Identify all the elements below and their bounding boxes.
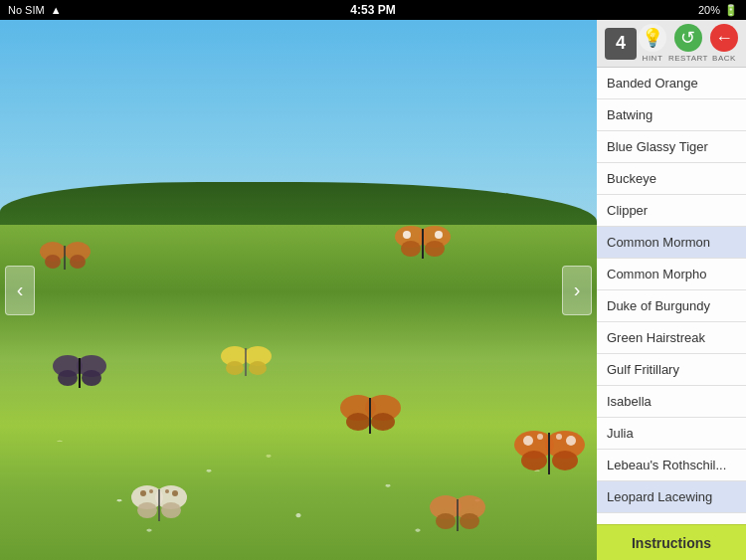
svg-point-34	[552, 451, 578, 470]
scene: ‹ ›	[0, 20, 597, 560]
back-icon: ←	[710, 24, 738, 52]
butterfly-4[interactable]	[50, 348, 109, 393]
svg-point-48	[460, 513, 479, 529]
back-button[interactable]: ← BACK	[710, 24, 738, 63]
nav-arrow-right[interactable]: ›	[562, 266, 592, 315]
time-display: 4:53 PM	[350, 3, 395, 17]
instructions-button[interactable]: Instructions	[597, 524, 746, 560]
instructions-label: Instructions	[632, 535, 711, 551]
svg-point-39	[137, 502, 157, 518]
svg-point-25	[371, 413, 395, 431]
svg-point-7	[401, 241, 421, 257]
svg-point-30	[521, 451, 547, 470]
svg-point-38	[149, 489, 153, 493]
list-item-10[interactable]: Gulf Fritillary	[597, 354, 746, 386]
svg-point-3	[70, 255, 86, 269]
list-item-7[interactable]: Common Morpho	[597, 259, 746, 290]
svg-point-28	[523, 436, 533, 446]
svg-point-6	[403, 231, 411, 239]
status-right: 20% 🔋	[698, 4, 738, 17]
svg-point-13	[226, 361, 244, 375]
svg-point-20	[82, 370, 101, 386]
svg-point-10	[425, 241, 445, 257]
butterfly-list[interactable]: Banded OrangeBatwingBlue Glassy TigerBuc…	[597, 68, 746, 524]
svg-point-37	[140, 490, 146, 496]
hint-label: HINT	[643, 54, 663, 63]
hint-button[interactable]: 💡 HINT	[639, 24, 666, 63]
svg-point-9	[435, 231, 443, 239]
wifi-icon: ▲	[51, 4, 62, 16]
butterfly-8[interactable]	[428, 487, 487, 535]
restart-button[interactable]: ↺ RESTART	[668, 24, 708, 63]
restart-label: RESTART	[668, 54, 708, 63]
list-item-4[interactable]: Buckeye	[597, 163, 746, 195]
status-left: No SIM ▲	[8, 4, 62, 16]
list-item-15[interactable]: Luna Moth	[597, 513, 746, 524]
nav-arrow-left[interactable]: ‹	[5, 266, 35, 315]
butterfly-6[interactable]	[512, 423, 587, 480]
list-item-12[interactable]: Julia	[597, 418, 746, 450]
butterfly-5[interactable]	[338, 388, 403, 438]
meadow-flowers	[0, 263, 597, 560]
butterfly-2[interactable]	[393, 219, 453, 264]
carrier-label: No SIM	[8, 4, 45, 16]
list-item-8[interactable]: Duke of Burgundy	[597, 290, 746, 322]
score-badge: 4	[605, 28, 637, 60]
battery-icon: 🔋	[724, 4, 738, 17]
hint-icon: 💡	[639, 24, 666, 52]
list-item-14[interactable]: Leopard Lacewing	[597, 481, 746, 513]
svg-point-23	[346, 413, 370, 431]
svg-point-1	[45, 255, 61, 269]
svg-point-43	[161, 502, 181, 518]
status-bar: No SIM ▲ 4:53 PM 20% 🔋	[0, 0, 746, 20]
list-item-6[interactable]: Common Mormon	[597, 227, 746, 259]
restart-icon: ↺	[674, 24, 702, 52]
list-item-5[interactable]: Clipper	[597, 195, 746, 227]
butterfly-1[interactable]	[38, 234, 93, 274]
list-item-11[interactable]: Isabella	[597, 386, 746, 418]
list-item-2[interactable]: Batwing	[597, 99, 746, 131]
svg-point-46	[436, 513, 456, 529]
list-item-1[interactable]: Banded Orange	[597, 68, 746, 99]
svg-point-32	[566, 436, 576, 446]
svg-point-41	[172, 490, 178, 496]
back-label: BACK	[712, 54, 736, 63]
svg-point-18	[58, 370, 78, 386]
butterfly-3[interactable]	[219, 338, 274, 380]
svg-point-29	[537, 434, 543, 440]
list-item-13[interactable]: Lebeau's Rothschil...	[597, 450, 746, 481]
battery-label: 20%	[698, 4, 720, 16]
list-item-9[interactable]: Green Hairstreak	[597, 322, 746, 354]
butterfly-7[interactable]	[129, 477, 189, 525]
list-item-3[interactable]: Blue Glassy Tiger	[597, 131, 746, 163]
right-panel: 4 💡 HINT ↺ RESTART ← BACK Banded OrangeB…	[597, 20, 746, 560]
svg-point-33	[556, 434, 562, 440]
svg-point-15	[249, 361, 267, 375]
svg-point-42	[165, 489, 169, 493]
toolbar: 4 💡 HINT ↺ RESTART ← BACK	[597, 20, 746, 68]
